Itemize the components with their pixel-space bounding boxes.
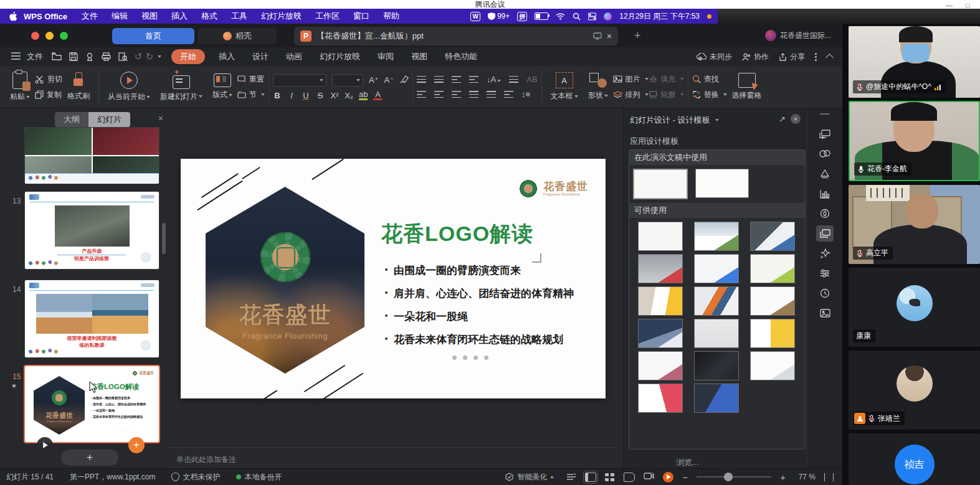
close-panel-icon[interactable]: × bbox=[158, 113, 163, 123]
participant-tile[interactable]: @旅途中的蜗牛^O^ bbox=[849, 26, 980, 98]
smartart-pane-icon[interactable] bbox=[816, 166, 834, 182]
textbox-button[interactable]: A 文本框 bbox=[546, 66, 583, 108]
superscript-button[interactable]: X² bbox=[330, 91, 339, 100]
participant-tile[interactable]: 高立平 bbox=[849, 185, 980, 264]
shapes-pane-icon[interactable] bbox=[816, 146, 834, 162]
account-area[interactable]: 花香盛世国际... bbox=[765, 30, 831, 41]
subscript-button[interactable]: X₂ bbox=[345, 91, 353, 100]
template-thumb[interactable] bbox=[750, 286, 795, 316]
settings-pane-icon[interactable] bbox=[816, 265, 834, 281]
template-thumb[interactable] bbox=[638, 286, 683, 316]
picture-button[interactable]: 图片 bbox=[613, 74, 649, 85]
columns-icon[interactable] bbox=[504, 91, 513, 98]
format-painter-button[interactable]: 格式刷 bbox=[62, 66, 95, 108]
template-thumb[interactable] bbox=[750, 319, 795, 348]
template-thumb[interactable] bbox=[638, 384, 683, 413]
browse-templates-link[interactable]: 浏览... bbox=[676, 457, 699, 468]
ribbon-tab-view[interactable]: 视图 bbox=[411, 51, 427, 62]
participant-tile[interactable]: 祯吉 bbox=[849, 433, 980, 485]
zoom-traffic-light[interactable] bbox=[60, 32, 68, 40]
ribbon-tab-features[interactable]: 特色功能 bbox=[445, 51, 477, 62]
slide-sorter-view-icon[interactable] bbox=[605, 473, 615, 481]
slide-bullet-list[interactable]: 由围成一圈的臂膀演变而来 肩并肩、心连心、团结奋进的体育精神 一朵花和一股绳 花… bbox=[384, 263, 574, 356]
minimize-icon[interactable]: — bbox=[946, 1, 953, 9]
fit-to-window-icon[interactable] bbox=[824, 473, 834, 482]
zoom-in-icon[interactable]: + bbox=[780, 472, 786, 483]
reset-button[interactable]: 重置 bbox=[237, 74, 265, 85]
slideshow-play-button[interactable] bbox=[663, 472, 673, 483]
design-templates-icon[interactable] bbox=[816, 225, 834, 242]
menu-view[interactable]: 视图 bbox=[141, 11, 158, 22]
menu-slideshow[interactable]: 幻灯片放映 bbox=[261, 11, 302, 22]
paste-button[interactable]: 粘贴 bbox=[5, 66, 35, 108]
italic-button[interactable]: I bbox=[287, 91, 296, 100]
design-pane-title[interactable]: 幻灯片设计 - 设计模板 bbox=[630, 115, 719, 126]
input-method-icon[interactable]: 拼 bbox=[517, 12, 527, 21]
decrease-indent-icon[interactable] bbox=[452, 76, 461, 83]
apple-logo-icon[interactable] bbox=[9, 11, 17, 21]
close-traffic-light[interactable] bbox=[31, 32, 39, 40]
template-thumb[interactable] bbox=[750, 351, 795, 380]
font-name-combo[interactable] bbox=[273, 74, 326, 87]
menu-help[interactable]: 帮助 bbox=[383, 11, 399, 22]
menubar-datetime[interactable]: 12月29日 周三 下午7:53 bbox=[619, 11, 700, 22]
fill-button[interactable]: 填充 bbox=[649, 74, 684, 85]
cut-button[interactable]: 剪切 bbox=[35, 74, 62, 85]
template-thumb[interactable] bbox=[638, 319, 683, 348]
undo-icon[interactable]: ↺ bbox=[134, 51, 143, 62]
template-thumb[interactable] bbox=[695, 169, 749, 198]
collapse-strip-icon[interactable] bbox=[820, 113, 830, 115]
tab-home[interactable]: 首页 bbox=[112, 28, 194, 44]
highlight-color-button[interactable]: ab bbox=[359, 91, 368, 100]
numbered-list-icon[interactable] bbox=[434, 76, 444, 83]
tab-docer[interactable]: 稻壳 bbox=[198, 28, 277, 44]
print-preview-icon[interactable] bbox=[118, 52, 128, 61]
collapse-ribbon-icon[interactable] bbox=[825, 54, 834, 62]
align-right-icon[interactable] bbox=[452, 91, 461, 98]
template-thumb[interactable] bbox=[694, 351, 739, 380]
template-thumb[interactable] bbox=[694, 254, 739, 283]
menu-workspace[interactable]: 工作区 bbox=[315, 11, 340, 22]
history-pane-icon[interactable] bbox=[816, 285, 834, 301]
preview-play-button[interactable] bbox=[37, 437, 53, 453]
bullet-list-icon[interactable] bbox=[417, 76, 426, 83]
ribbon-file-menu[interactable]: 文件 bbox=[27, 51, 43, 62]
slide-title[interactable]: 花香LOGO解读 bbox=[381, 220, 533, 248]
share-button[interactable]: 分享 bbox=[779, 52, 805, 62]
ribbon-tab-slideshow[interactable]: 幻灯片放映 bbox=[320, 51, 360, 62]
battery-icon[interactable] bbox=[535, 12, 548, 20]
reading-view-icon[interactable] bbox=[624, 473, 635, 482]
maximize-icon[interactable]: □ bbox=[966, 1, 970, 9]
menu-window[interactable]: 窗口 bbox=[353, 11, 369, 22]
print-icon[interactable] bbox=[102, 52, 111, 61]
add-slide-button[interactable]: + bbox=[61, 450, 118, 466]
tab-document[interactable]: P 【花香盛世】宣...金航版）ppt × bbox=[294, 27, 618, 45]
template-thumb[interactable] bbox=[694, 319, 739, 348]
slide-thumbnail-15[interactable]: 花香盛世 Fragrance Flourishing 花香盛世 花香LOGO解读… bbox=[25, 366, 159, 442]
ribbon-tab-review[interactable]: 审阅 bbox=[378, 51, 394, 62]
ribbon-tab-insert[interactable]: 插入 bbox=[219, 51, 235, 62]
local-backup-status[interactable]: 本地备份开 bbox=[236, 472, 282, 483]
menu-edit[interactable]: 编辑 bbox=[112, 11, 128, 22]
align-text-vertical-icon[interactable] bbox=[509, 76, 518, 83]
export-video-icon[interactable] bbox=[644, 472, 654, 482]
selection-pane-button[interactable]: 选择窗格 bbox=[727, 66, 767, 108]
zoom-out-icon[interactable]: − bbox=[682, 472, 688, 483]
participant-tile[interactable]: 张靖兰 bbox=[849, 351, 980, 430]
char-spacing-icon[interactable]: AB bbox=[526, 75, 537, 84]
word-app-status-icon[interactable]: W bbox=[470, 12, 480, 21]
replace-button[interactable]: B 替换 bbox=[692, 90, 727, 100]
shapes-button[interactable]: 形状 bbox=[583, 66, 613, 108]
expand-pane-icon[interactable]: ↗ bbox=[779, 115, 786, 124]
template-thumb[interactable] bbox=[638, 222, 683, 251]
menu-tools[interactable]: 工具 bbox=[231, 11, 247, 22]
template-thumb[interactable] bbox=[750, 222, 795, 251]
text-direction-icon[interactable]: ↓A bbox=[487, 75, 501, 84]
docer-resources-icon[interactable] bbox=[816, 205, 834, 222]
zoom-slider-knob[interactable] bbox=[724, 473, 733, 481]
control-center-icon[interactable] bbox=[588, 12, 596, 21]
outline-button[interactable]: 轮廓 bbox=[649, 90, 684, 100]
output-stamp-icon[interactable] bbox=[85, 52, 94, 61]
underline-button[interactable]: U bbox=[302, 91, 310, 100]
bold-button[interactable]: B bbox=[273, 91, 282, 100]
